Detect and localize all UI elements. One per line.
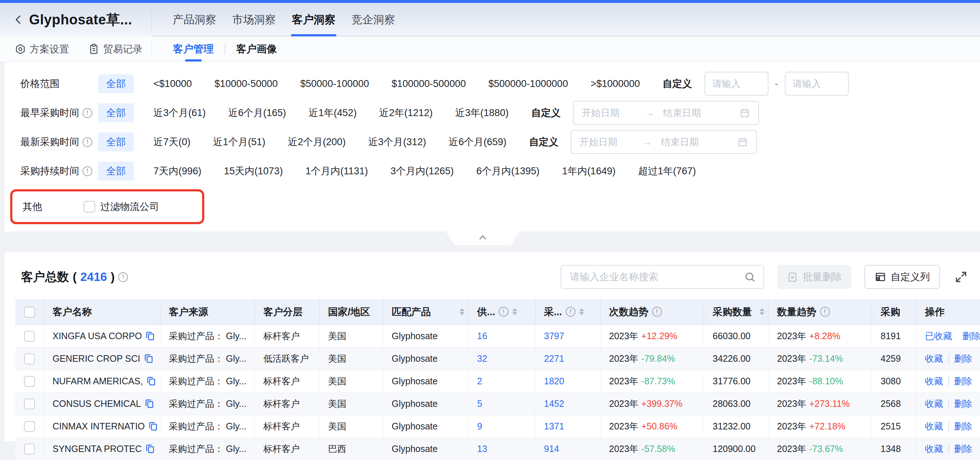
purchase-times-link[interactable]: 1820 <box>544 376 565 386</box>
tab-competitor-insight[interactable]: 竞企洞察 <box>351 3 396 37</box>
latest-date-range-picker[interactable]: 开始日期 → 结束日期 <box>571 130 757 154</box>
trade-records-link[interactable]: 贸易记录 <box>88 43 143 56</box>
tab-customer-insight[interactable]: 客户洞察 <box>291 3 336 37</box>
tab-market-insight[interactable]: 市场洞察 <box>232 3 277 37</box>
delete-link[interactable]: 删除 <box>954 353 972 365</box>
latest-option[interactable]: 近6个月(659) <box>449 136 506 149</box>
logistics-filter-checkbox[interactable] <box>84 201 95 212</box>
country: 美国 <box>319 370 383 392</box>
price-option[interactable]: $100000-500000 <box>391 78 466 89</box>
purchase-times-link[interactable]: 914 <box>544 444 559 454</box>
delete-link[interactable]: 删除 <box>954 420 972 432</box>
copy-icon[interactable] <box>145 443 156 454</box>
scheme-settings-link[interactable]: 方案设置 <box>14 43 69 56</box>
table-header-row: 客户名称 客户来源 客户分层 国家/地区 匹配产品 供...! 采...! 次数… <box>15 299 980 324</box>
price-option[interactable]: <$10000 <box>153 78 192 89</box>
purchase-times-link[interactable]: 2271 <box>544 353 565 364</box>
earliest-option[interactable]: 近2年(1212) <box>379 106 433 119</box>
price-max-input[interactable] <box>785 72 849 96</box>
row-checkbox[interactable] <box>24 331 35 342</box>
back-icon[interactable] <box>13 14 24 25</box>
column-header-purchase-times: 采...! <box>535 299 600 324</box>
favorite-link[interactable]: 收藏 <box>925 443 943 455</box>
copy-icon[interactable] <box>148 421 159 431</box>
delete-link[interactable]: 删除 <box>963 330 980 342</box>
price-option[interactable]: >$1000000 <box>591 78 640 89</box>
subtab-customer-management[interactable]: 客户管理 <box>173 37 214 62</box>
suppliers-count-link[interactable]: 9 <box>477 421 482 431</box>
purchase-times-link[interactable]: 1452 <box>544 398 565 409</box>
earliest-option[interactable]: 近6个月(165) <box>228 106 286 119</box>
latest-option[interactable]: 近3个月(312) <box>368 136 426 149</box>
sort-icon[interactable] <box>460 308 465 315</box>
duration-all-chip[interactable]: 全部 <box>98 161 134 180</box>
sort-icon[interactable] <box>579 308 584 315</box>
earliest-all-chip[interactable]: 全部 <box>98 103 134 122</box>
duration-option[interactable]: 1年内(1649) <box>562 165 616 177</box>
suppliers-count-link[interactable]: 16 <box>477 331 487 341</box>
search-icon[interactable] <box>744 271 756 283</box>
duration-option[interactable]: 15天内(1073) <box>224 165 283 177</box>
duration-option[interactable]: 1个月内(1131) <box>305 165 368 177</box>
favorite-link[interactable]: 收藏 <box>925 375 943 387</box>
favorite-link[interactable]: 收藏 <box>925 398 943 410</box>
delete-link[interactable]: 删除 <box>954 375 972 387</box>
price-all-chip[interactable]: 全部 <box>98 74 134 93</box>
select-all-checkbox[interactable] <box>24 307 35 318</box>
country: 美国 <box>319 415 383 438</box>
tab-product-insight[interactable]: 产品洞察 <box>172 3 217 37</box>
price-option[interactable]: $10000-50000 <box>215 78 278 89</box>
earliest-option[interactable]: 近3年(1880) <box>455 106 509 119</box>
favorite-link[interactable]: 收藏 <box>925 353 943 365</box>
copy-icon[interactable] <box>144 398 155 409</box>
copy-icon[interactable] <box>145 331 156 341</box>
purchase-amount: 8191 <box>872 324 916 347</box>
fullscreen-button[interactable] <box>953 269 969 285</box>
latest-all-chip[interactable]: 全部 <box>98 133 134 152</box>
purchase-times-link[interactable]: 3797 <box>544 331 565 341</box>
calendar-icon <box>737 136 748 147</box>
info-icon: ! <box>566 307 576 316</box>
earliest-option[interactable]: 近3个月(61) <box>153 106 206 119</box>
duration-option[interactable]: 3个月内(1265) <box>390 165 453 177</box>
suppliers-count-link[interactable]: 13 <box>477 444 487 454</box>
table-toolbar: 客户总数 (2416) ! 批量删除 自定义列 <box>15 265 980 299</box>
favorite-link[interactable]: 已收藏 <box>925 330 952 342</box>
collapse-filter-button[interactable] <box>446 232 519 245</box>
row-checkbox[interactable] <box>24 376 35 387</box>
delete-link[interactable]: 删除 <box>954 443 972 455</box>
row-checkbox[interactable] <box>24 421 35 432</box>
favorite-link[interactable]: 收藏 <box>925 420 943 432</box>
search-input[interactable] <box>570 272 744 283</box>
suppliers-count-link[interactable]: 2 <box>477 376 482 386</box>
logistics-filter-label[interactable]: 过滤物流公司 <box>100 200 159 213</box>
duration-option[interactable]: 6个月内(1395) <box>476 165 539 177</box>
sort-icon[interactable] <box>512 308 517 315</box>
copy-icon[interactable] <box>146 375 157 387</box>
batch-delete-button[interactable]: 批量删除 <box>777 265 851 289</box>
suppliers-count-link[interactable]: 32 <box>477 353 487 364</box>
price-min-input[interactable] <box>705 72 768 96</box>
row-checkbox[interactable] <box>24 444 35 455</box>
latest-option[interactable]: 近1个月(51) <box>213 136 266 149</box>
suppliers-count-link[interactable]: 5 <box>477 398 482 409</box>
copy-icon[interactable] <box>143 353 154 364</box>
latest-option[interactable]: 近7天(0) <box>153 136 191 149</box>
subtab-customer-profile[interactable]: 客户画像 <box>236 37 277 62</box>
latest-option[interactable]: 近2个月(200) <box>288 136 346 149</box>
duration-option[interactable]: 7天内(996) <box>153 165 201 177</box>
row-checkbox[interactable] <box>24 353 35 364</box>
earliest-option[interactable]: 近1年(452) <box>309 106 356 119</box>
purchase-amount: 4259 <box>872 347 916 370</box>
action-divider <box>948 376 949 386</box>
purchase-times-link[interactable]: 1371 <box>544 421 565 431</box>
earliest-date-range-picker[interactable]: 开始日期 → 结束日期 <box>573 101 759 125</box>
custom-columns-button[interactable]: 自定义列 <box>864 265 940 289</box>
price-option[interactable]: $50000-100000 <box>300 78 369 89</box>
price-option[interactable]: $500000-1000000 <box>488 78 568 89</box>
duration-option[interactable]: 超过1年(767) <box>638 165 696 177</box>
delete-link[interactable]: 删除 <box>954 398 972 410</box>
sub-header: 方案设置 贸易记录 客户管理 客户画像 <box>0 37 980 62</box>
row-checkbox[interactable] <box>24 398 35 409</box>
sort-icon[interactable] <box>759 308 764 315</box>
